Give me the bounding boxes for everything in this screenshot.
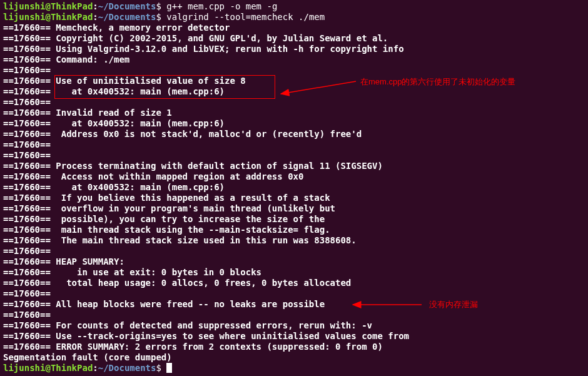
- user: lijunshi: [3, 12, 45, 22]
- output-line: ==17660== Address 0x0 is not stack'd, ma…: [3, 129, 585, 140]
- output-line: ==17660== Copyright (C) 2002-2015, and G…: [3, 33, 585, 44]
- prompt-line-2: lijunshi@ThinkPad:~/Documents$ valgrind …: [3, 12, 585, 23]
- host: ThinkPad: [51, 12, 93, 22]
- annotation-1: 在mem.cpp的第六行使用了未初始化的变量: [360, 76, 515, 87]
- colon: :: [93, 363, 98, 373]
- dollar: $: [156, 1, 166, 11]
- output-line: Segmentation fault (core dumped): [3, 352, 585, 363]
- output-line: ==17660==: [3, 246, 585, 257]
- at: @: [45, 12, 50, 22]
- prompt-line-3[interactable]: lijunshi@ThinkPad:~/Documents$: [3, 363, 585, 373]
- output-line: ==17660== Access not within mapped regio…: [3, 171, 585, 182]
- output-line: ==17660== total heap usage: 0 allocs, 0 …: [3, 278, 585, 288]
- command-text[interactable]: g++ mem.cpp -o mem -g: [166, 1, 277, 11]
- colon: :: [93, 12, 98, 22]
- at: @: [45, 363, 50, 373]
- annotation-2: 没有内存泄漏: [429, 299, 478, 310]
- path: ~/Documents: [98, 363, 156, 373]
- host: ThinkPad: [51, 1, 93, 11]
- path: ~/Documents: [98, 12, 156, 22]
- output-line: ==17660== For counts of detected and sup…: [3, 320, 585, 331]
- user: lijunshi: [3, 363, 45, 373]
- output-line: ==17660== Invalid read of size 1: [3, 108, 585, 118]
- output-line: ==17660== Using Valgrind-3.12.0 and LibV…: [3, 44, 585, 54]
- output-line: ==17660==: [3, 310, 585, 320]
- output-line: ==17660== at 0x400532: main (mem.cpp:6): [3, 182, 585, 193]
- cursor: [166, 363, 172, 373]
- output-line: ==17660== in use at exit: 0 bytes in 0 b…: [3, 267, 585, 278]
- output-line: ==17660==: [3, 97, 585, 108]
- output-line: ==17660==: [3, 140, 585, 150]
- output-line: ==17660== at 0x400532: main (mem.cpp:6): [3, 118, 585, 129]
- output-line: ==17660== Command: ./mem: [3, 54, 585, 65]
- output-line: ==17660== main thread stack using the --…: [3, 225, 585, 235]
- output-line: ==17660== overflow in your program's mai…: [3, 203, 585, 214]
- dollar: $: [156, 363, 166, 373]
- user: lijunshi: [3, 1, 45, 11]
- output-line: ==17660==: [3, 288, 585, 299]
- colon: :: [93, 1, 98, 11]
- host: ThinkPad: [51, 363, 93, 373]
- command-text[interactable]: valgrind --tool=memcheck ./mem: [166, 12, 325, 22]
- output-line: ==17660== All heap blocks were freed -- …: [3, 299, 585, 310]
- at: @: [45, 1, 50, 11]
- dollar: $: [156, 12, 166, 22]
- output-line: ==17660==: [3, 65, 585, 76]
- output-line: ==17660== Memcheck, a memory error detec…: [3, 23, 585, 33]
- path: ~/Documents: [98, 1, 156, 11]
- output-line: ==17660== Use --track-origins=yes to see…: [3, 331, 585, 342]
- output-line: ==17660== HEAP SUMMARY:: [3, 257, 585, 267]
- output-line: ==17660==: [3, 150, 585, 161]
- output-line: ==17660== at 0x400532: main (mem.cpp:6): [3, 86, 585, 97]
- output-line: ==17660== The main thread stack size use…: [3, 235, 585, 246]
- output-line: ==17660== If you believe this happened a…: [3, 193, 585, 203]
- output-line: ==17660== ERROR SUMMARY: 2 errors from 2…: [3, 342, 585, 352]
- output-line: ==17660== Process terminating with defau…: [3, 161, 585, 171]
- output-line: ==17660== possible), you can try to incr…: [3, 214, 585, 225]
- terminal-output: lijunshi@ThinkPad:~/Documents$ g++ mem.c…: [3, 1, 585, 373]
- prompt-line-1: lijunshi@ThinkPad:~/Documents$ g++ mem.c…: [3, 1, 585, 12]
